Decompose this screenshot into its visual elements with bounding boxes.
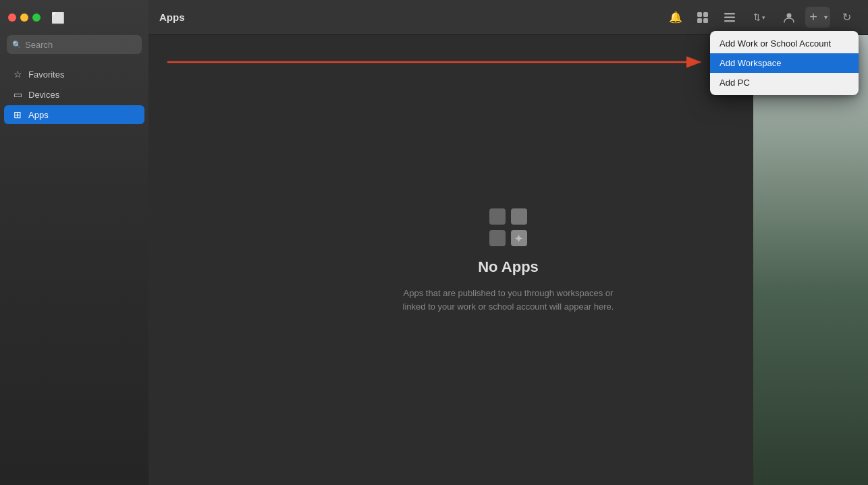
dropdown-item-add-work-school[interactable]: Add Work or School Account (710, 34, 859, 53)
search-icon: 🔍 (12, 40, 22, 49)
devices-icon: ▭ (12, 89, 23, 100)
search-placeholder: Search (25, 40, 53, 50)
svg-rect-2 (697, 18, 702, 23)
no-apps-title: No Apps (478, 258, 539, 276)
add-button[interactable]: + (805, 7, 821, 28)
sidebar-item-favorites[interactable]: ☆ Favorites (4, 65, 144, 84)
svg-point-7 (787, 13, 792, 18)
sidebar-item-devices[interactable]: ▭ Devices (4, 85, 144, 104)
traffic-lights (8, 13, 40, 22)
svg-rect-5 (724, 16, 735, 18)
sidebar-toggle-icon[interactable]: ⬜ (51, 11, 65, 24)
no-apps-subtitle: Apps that are published to you through w… (403, 287, 614, 313)
svg-rect-9 (511, 208, 527, 225)
main-content: Apps 🔔 (148, 0, 868, 485)
empty-state: ✦ No Apps Apps that are published to you… (148, 35, 868, 485)
sidebar: ⬜ 🔍 Search ☆ Favorites ▭ Devices ⊞ Apps (0, 0, 148, 485)
svg-text:✦: ✦ (514, 232, 524, 246)
account-button[interactable] (778, 7, 800, 28)
add-icon: + (809, 9, 817, 25)
search-bar[interactable]: 🔍 Search (7, 35, 142, 54)
dropdown-item-add-workspace[interactable]: Add Workspace (710, 53, 859, 73)
bell-button[interactable]: 🔔 (665, 7, 686, 28)
sidebar-titlebar: ⬜ (0, 0, 148, 35)
sidebar-item-favorites-label: Favorites (28, 69, 64, 80)
sidebar-item-apps[interactable]: ⊞ Apps (4, 105, 144, 124)
toolbar: Apps 🔔 (148, 0, 868, 35)
svg-rect-8 (489, 208, 506, 225)
svg-rect-4 (724, 13, 735, 15)
main-window: Apps 🔔 (148, 0, 868, 485)
svg-rect-0 (697, 12, 702, 17)
dropdown-item-add-pc[interactable]: Add PC (710, 73, 859, 92)
svg-rect-6 (724, 20, 735, 22)
minimize-button[interactable] (20, 13, 28, 22)
maximize-button[interactable] (32, 13, 40, 22)
sort-chevron-icon: ▾ (762, 14, 765, 21)
page-title: Apps (159, 11, 657, 23)
favorites-icon: ☆ (12, 69, 23, 80)
close-button[interactable] (8, 13, 16, 22)
sort-button[interactable]: ⇅ ▾ (746, 7, 773, 28)
list-view-button[interactable] (719, 7, 740, 28)
refresh-button[interactable]: ↻ (836, 7, 857, 28)
svg-rect-3 (703, 18, 708, 23)
no-apps-illustration: ✦ (488, 207, 528, 248)
apps-icon: ⊞ (12, 109, 23, 120)
dropdown-menu: Add Work or School Account Add Workspace… (710, 31, 859, 95)
grid-view-button[interactable] (692, 7, 713, 28)
sidebar-item-devices-label: Devices (28, 90, 59, 100)
sidebar-item-apps-label: Apps (28, 110, 49, 120)
toolbar-actions: 🔔 ⇅ (665, 7, 857, 28)
chevron-down-icon: ▾ (824, 13, 828, 21)
svg-rect-10 (489, 230, 506, 246)
sidebar-nav: ☆ Favorites ▭ Devices ⊞ Apps (0, 62, 148, 128)
add-button-group: + ▾ (805, 7, 830, 28)
svg-rect-1 (703, 12, 708, 17)
sort-icon: ⇅ (753, 12, 761, 22)
add-chevron-button[interactable]: ▾ (821, 11, 830, 24)
